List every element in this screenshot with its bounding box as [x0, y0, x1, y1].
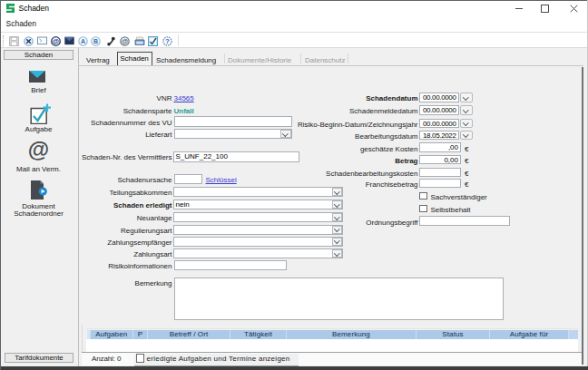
svg-text:@: @	[52, 37, 58, 45]
svg-text:?: ?	[165, 37, 170, 45]
svg-text:@: @	[122, 37, 129, 45]
svg-text:A: A	[80, 38, 84, 44]
svg-text:B: B	[93, 38, 98, 44]
